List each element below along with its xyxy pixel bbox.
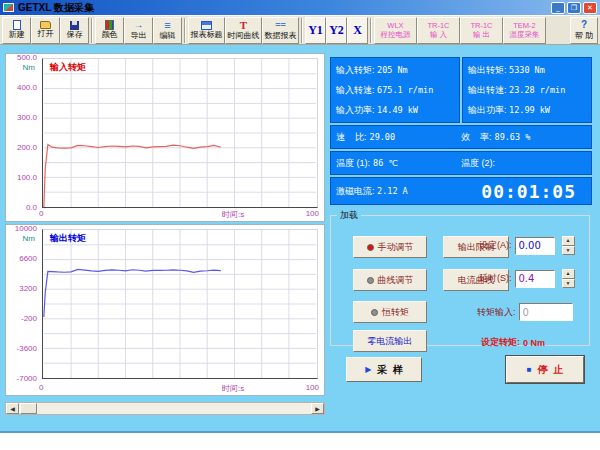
device-button[interactable]: TEM-2温度采集 (503, 17, 546, 44)
chart-scrollbar[interactable]: ◀ ▶ (5, 402, 325, 415)
y-tick-label: 200.0 (17, 143, 37, 152)
torque-input-field[interactable] (519, 303, 573, 321)
toolbar-button[interactable]: 打开 (31, 17, 60, 44)
temp1-value: 86 ℃ (373, 158, 398, 168)
x-tick-max: 100 (306, 383, 319, 392)
delay-spinner[interactable]: ▲ ▼ (562, 269, 575, 288)
efficiency-value: 89.63 % (495, 132, 531, 142)
y-tick-label: 100.0 (17, 173, 37, 182)
y-tick-label: 10000 (15, 224, 37, 233)
window-title: GETXL 数据采集 (18, 1, 94, 15)
y-tick-label: -3600 (17, 344, 37, 353)
y-tick-label: 6600 (19, 254, 37, 263)
input-torque-value: 205 Nm (377, 65, 408, 75)
y-axis-labels: 500.0Nm400.0300.0200.0100.00.0 (6, 54, 40, 221)
temperature-cell: 温度 (1):86 ℃ 温度 (2): (330, 151, 592, 175)
help-icon: ? (581, 20, 587, 31)
close-button[interactable]: ✕ (583, 2, 597, 14)
set-current-input[interactable] (515, 237, 555, 255)
axis-button-Y1[interactable]: Y1 (305, 17, 326, 44)
y-tick-label: -200 (21, 314, 37, 323)
curve-adjust-button[interactable]: 曲线调节 (353, 269, 427, 291)
constant-torque-button[interactable]: 恒转矩 (353, 301, 427, 323)
manual-adjust-button[interactable]: 手动调节 (353, 236, 427, 258)
plot-area: 输入转矩 (42, 58, 318, 208)
elapsed-timer: 00:01:05 (481, 181, 586, 202)
scroll-right-icon[interactable]: ▶ (311, 403, 324, 414)
scroll-thumb[interactable] (20, 403, 37, 414)
y-axis-labels: 10000Nm66003200-200-3600-7000 (6, 225, 40, 395)
series-legend: 输入转矩 (50, 61, 86, 74)
toolbar-button[interactable]: ==数据报表 (262, 17, 299, 44)
series-legend: 输出转矩 (50, 232, 86, 245)
radio-dot-icon (367, 244, 374, 251)
sample-button[interactable]: ▶ 采 样 (346, 357, 422, 382)
radio-dot-icon (367, 277, 374, 284)
new-doc-icon (13, 20, 21, 30)
load-panel: 加载 手动调节 曲线调节 恒转矩 零电流输出 输出限制 电流曲线 设定(A): … (330, 209, 590, 346)
input-torque-chart: 500.0Nm400.0300.0200.0100.00.0 输入转矩 0 时间… (5, 53, 325, 222)
color-bars-icon (105, 20, 114, 30)
output-speed-value: 23.28 r/min (509, 85, 565, 95)
ratio-efficiency-cell: 速 比:29.00 效 率:89.63 % (330, 125, 592, 149)
axis-button-X[interactable]: X (347, 17, 368, 44)
toolbar-button[interactable]: T时间曲线 (225, 17, 262, 44)
x-axis-title: 时间:s (222, 383, 244, 394)
help-button[interactable]: ?帮 助 (570, 17, 598, 44)
play-icon: ▶ (365, 365, 371, 374)
edit-lines-icon: ≡ (164, 20, 170, 31)
radio-dot-icon (371, 309, 378, 316)
app-window: GETXL 数据采集 _ ❐ ✕ 新建打开保存颜色→导出≡编辑报表标题T时间曲线… (0, 0, 600, 433)
maximize-button[interactable]: ❐ (567, 2, 581, 14)
output-torque-chart: 10000Nm66003200-200-3600-7000 输出转矩 0 时间:… (5, 224, 325, 396)
toolbar-button[interactable]: ≡编辑 (153, 17, 182, 44)
title-bar: GETXL 数据采集 _ ❐ ✕ (0, 0, 600, 15)
toolbar: 新建打开保存颜色→导出≡编辑报表标题T时间曲线==数据报表Y1Y2XWLX程控电… (0, 15, 600, 45)
x-tick-max: 100 (306, 209, 319, 218)
toolbar-separator (91, 18, 93, 43)
toolbar-button[interactable]: 保存 (60, 17, 89, 44)
toolbar-button[interactable]: 新建 (2, 17, 31, 44)
open-folder-icon (40, 21, 51, 29)
set-torque-value: 0 Nm (523, 338, 545, 348)
stop-button[interactable]: ■ 停 止 (506, 356, 584, 383)
spin-up-icon[interactable]: ▲ (562, 236, 575, 246)
app-icon (3, 3, 14, 12)
y-tick-label: 3200 (19, 284, 37, 293)
plot-area: 输出转矩 (42, 229, 318, 379)
arrow-right-icon: → (134, 20, 144, 31)
delay-input[interactable] (515, 270, 555, 288)
readout-panel: 输入转矩: 205 Nm 输入转速: 675.1 r/min 输入功率: 14.… (330, 57, 592, 205)
x-axis-labels: 0 时间:s 100 (6, 209, 324, 220)
spin-down-icon[interactable]: ▼ (562, 279, 575, 289)
excitation-timer-cell: 激磁电流: 2.12 A 00:01:05 (330, 177, 592, 205)
stop-square-icon: ■ (527, 365, 532, 374)
x-axis-labels: 0 时间:s 100 (6, 383, 324, 394)
toolbar-button[interactable]: 报表标题 (188, 17, 225, 44)
device-button[interactable]: TR-1C输 出 (460, 17, 503, 44)
spin-up-icon[interactable]: ▲ (562, 269, 575, 279)
toolbar-button[interactable]: →导出 (124, 17, 153, 44)
spin-down-icon[interactable]: ▼ (562, 246, 575, 256)
zero-current-output-button[interactable]: 零电流输出 (353, 330, 427, 352)
equals-icon: == (275, 20, 286, 31)
y-tick-label: 400.0 (17, 83, 37, 92)
set-current-spinner[interactable]: ▲ ▼ (562, 236, 575, 255)
x-tick-min: 0 (39, 209, 43, 218)
chart-svg (42, 58, 318, 208)
minimize-button[interactable]: _ (551, 2, 565, 14)
device-button[interactable]: TR-1C输 入 (417, 17, 460, 44)
save-disk-icon (70, 21, 79, 30)
axis-button-Y2[interactable]: Y2 (326, 17, 347, 44)
input-speed-value: 675.1 r/min (377, 85, 433, 95)
ratio-value: 29.00 (370, 132, 396, 142)
load-panel-title: 加载 (337, 209, 361, 222)
device-button[interactable]: WLX程控电源 (374, 17, 417, 44)
input-readout-cell: 输入转矩: 205 Nm 输入转速: 675.1 r/min 输入功率: 14.… (330, 57, 460, 123)
toolbar-separator (184, 18, 186, 43)
input-power-value: 14.49 kW (377, 105, 418, 115)
toolbar-button[interactable]: 颜色 (95, 17, 124, 44)
y-axis-unit: Nm (23, 63, 35, 72)
scroll-left-icon[interactable]: ◀ (6, 403, 19, 414)
toolbar-separator (301, 18, 303, 43)
